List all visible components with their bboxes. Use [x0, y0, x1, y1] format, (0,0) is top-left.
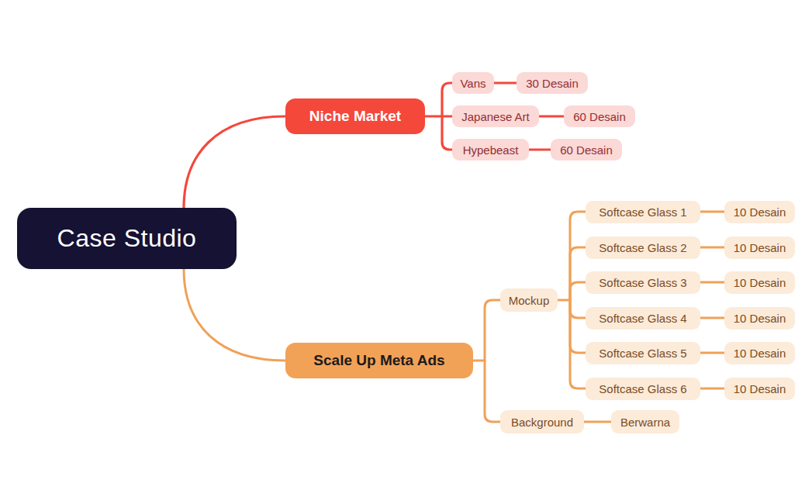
node-softcase-glass-6-count[interactable]: 10 Desain — [724, 378, 795, 400]
node-background[interactable]: Background — [500, 410, 584, 433]
node-softcase-glass-3[interactable]: Softcase Glass 3 — [586, 271, 700, 294]
node-softcase-glass-6[interactable]: Softcase Glass 6 — [586, 378, 700, 400]
node-berwarna[interactable]: Berwarna — [611, 410, 679, 433]
connector-niche-market-to-vans — [442, 83, 452, 116]
connector-scale-up-to-background — [485, 361, 500, 422]
node-niche-market[interactable]: Niche Market — [285, 98, 425, 134]
node-softcase-glass-4[interactable]: Softcase Glass 4 — [586, 307, 700, 330]
connector-mockup-to-softcase-5 — [570, 300, 586, 353]
node-vans[interactable]: Vans — [452, 72, 494, 94]
node-softcase-glass-2[interactable]: Softcase Glass 2 — [586, 236, 700, 259]
node-scale-up-meta-ads[interactable]: Scale Up Meta Ads — [285, 343, 473, 378]
mindmap-canvas[interactable]: Case Studio Niche Market Vans 30 Desain … — [0, 0, 812, 504]
connector-mockup-to-softcase-3 — [570, 282, 586, 300]
node-softcase-glass-4-count[interactable]: 10 Desain — [724, 307, 795, 330]
node-japanese-art[interactable]: Japanese Art — [452, 105, 539, 127]
node-case-studio[interactable]: Case Studio — [17, 208, 237, 269]
node-japanese-art-count[interactable]: 60 Desain — [564, 105, 635, 127]
node-softcase-glass-2-count[interactable]: 10 Desain — [724, 236, 795, 259]
node-vans-count[interactable]: 30 Desain — [517, 72, 588, 94]
node-softcase-glass-1-count[interactable]: 10 Desain — [724, 201, 795, 223]
connector-mockup-to-softcase-1 — [570, 212, 586, 300]
connector-root-to-scale-up — [184, 269, 285, 361]
node-hypebeast-count[interactable]: 60 Desain — [551, 139, 622, 161]
node-softcase-glass-5-count[interactable]: 10 Desain — [724, 342, 795, 364]
connector-root-to-niche-market — [184, 116, 285, 208]
connector-mockup-to-softcase-4 — [570, 300, 586, 318]
connector-mockup-to-softcase-2 — [570, 247, 586, 300]
connector-mockup-to-softcase-6 — [570, 300, 586, 388]
node-softcase-glass-1[interactable]: Softcase Glass 1 — [586, 201, 700, 223]
node-hypebeast[interactable]: Hypebeast — [452, 139, 529, 161]
node-softcase-glass-3-count[interactable]: 10 Desain — [724, 271, 795, 294]
node-mockup[interactable]: Mockup — [500, 288, 558, 312]
connector-niche-market-to-hypebeast — [442, 116, 452, 150]
node-softcase-glass-5[interactable]: Softcase Glass 5 — [586, 342, 700, 364]
connector-scale-up-to-mockup — [485, 300, 500, 361]
